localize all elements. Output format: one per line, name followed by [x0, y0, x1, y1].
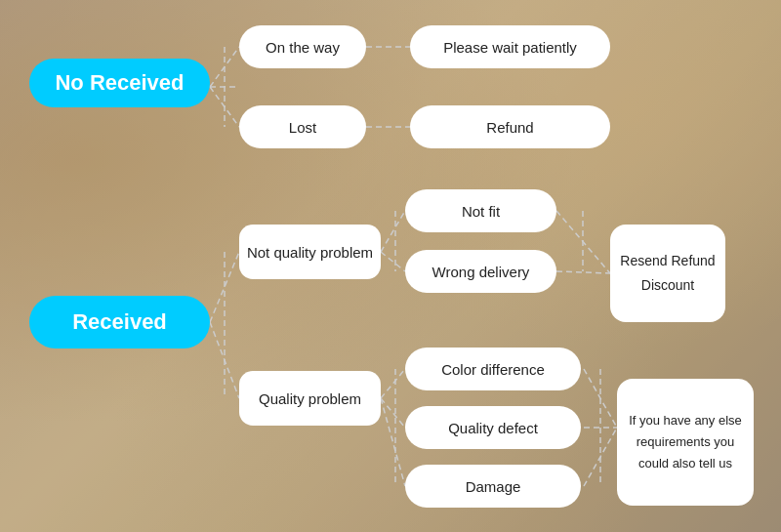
- svg-line-17: [381, 398, 405, 486]
- no-received-node: No Received: [29, 59, 210, 107]
- svg-line-19: [584, 369, 617, 428]
- not-quality-problem-node: Not quality problem: [239, 225, 381, 279]
- svg-line-0: [210, 47, 239, 87]
- if-you-have-node: If you have any else requirements you co…: [617, 379, 754, 506]
- not-fit-node: Not fit: [405, 189, 556, 232]
- lost-node: Lost: [239, 105, 366, 148]
- svg-line-9: [381, 211, 405, 252]
- refund-top-node: Refund: [410, 105, 610, 148]
- on-the-way-node: On the way: [239, 25, 366, 68]
- color-difference-node: Color difference: [405, 348, 581, 390]
- svg-line-16: [381, 398, 405, 428]
- quality-defect-node: Quality defect: [405, 406, 581, 449]
- svg-line-12: [556, 211, 610, 273]
- svg-line-21: [584, 428, 617, 486]
- quality-problem-node: Quality problem: [239, 371, 381, 426]
- svg-line-13: [556, 271, 610, 273]
- diagram: No Received On the way Please wait patie…: [0, 0, 781, 532]
- damage-node: Damage: [405, 465, 581, 508]
- svg-line-15: [381, 369, 405, 398]
- resend-refund-discount-node: Resend Refund Discount: [610, 225, 725, 322]
- wrong-delivery-node: Wrong delivery: [405, 250, 556, 293]
- svg-line-1: [210, 87, 239, 127]
- svg-line-10: [381, 252, 405, 271]
- svg-line-6: [210, 252, 239, 322]
- received-node: Received: [29, 296, 210, 348]
- please-wait-node: Please wait patiently: [410, 25, 610, 68]
- svg-line-7: [210, 322, 239, 398]
